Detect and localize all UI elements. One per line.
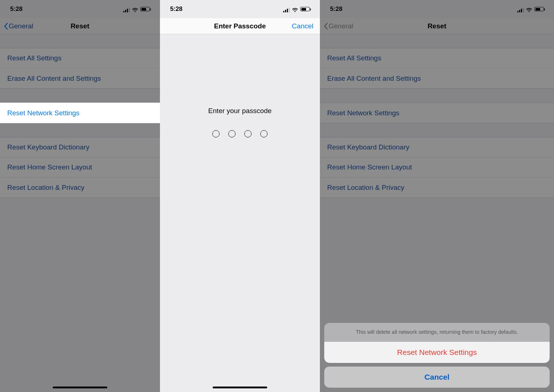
reset-group-2: Reset Network Settings [320,103,554,123]
svg-rect-6 [287,9,288,12]
action-cancel[interactable]: Cancel [324,367,550,388]
battery-icon [300,7,310,11]
reset-group-3: Reset Keyboard Dictionary Reset Home Scr… [320,137,554,198]
row-reset-network-settings[interactable]: Reset Network Settings [0,103,160,123]
chevron-left-icon [4,23,8,30]
row-reset-location-privacy[interactable]: Reset Location & Privacy [0,177,160,197]
status-icons [517,7,544,11]
wifi-icon [526,7,532,11]
nav-bar: Enter Passcode Cancel [160,18,320,34]
status-bar: 5:28 [320,0,554,18]
row-reset-all-settings[interactable]: Reset All Settings [320,48,554,68]
page-title: Enter Passcode [214,22,266,30]
row-erase-all-content[interactable]: Erase All Content and Settings [320,68,554,88]
status-bar: 5:28 [0,0,160,18]
action-confirm-reset-network[interactable]: Reset Network Settings [324,342,550,363]
svg-rect-3 [129,8,130,12]
status-time: 5:28 [170,5,182,13]
svg-rect-7 [289,8,290,12]
screen-reset-actionsheet: 5:28 General Reset Reset All Settings Er… [320,0,554,392]
row-reset-keyboard-dict[interactable]: Reset Keyboard Dictionary [320,137,554,157]
reset-group-3: Reset Keyboard Dictionary Reset Home Scr… [0,137,160,198]
svg-rect-11 [523,8,524,12]
row-erase-all-content[interactable]: Erase All Content and Settings [0,68,160,88]
passcode-body: Enter your passcode [160,34,320,137]
cancel-button[interactable]: Cancel [292,22,313,30]
back-button[interactable]: General [324,22,353,30]
battery-icon [140,7,150,11]
back-label: General [9,22,33,30]
status-icons [123,7,150,11]
back-label: General [329,22,353,30]
svg-rect-8 [517,11,518,12]
action-sheet-message: This will delete all network settings, r… [324,323,550,342]
reset-group-2: Reset Network Settings [0,103,160,123]
passcode-dot [260,130,268,137]
passcode-dot [212,130,220,137]
nav-bar: General Reset [0,18,160,34]
status-icons [283,7,310,11]
row-reset-network-settings[interactable]: Reset Network Settings [320,103,554,123]
svg-rect-2 [127,9,128,12]
svg-rect-0 [123,11,124,12]
passcode-dots [160,130,320,137]
home-indicator[interactable] [213,387,267,388]
row-reset-home-layout[interactable]: Reset Home Screen Layout [0,157,160,177]
reset-group-1: Reset All Settings Erase All Content and… [320,48,554,89]
home-indicator[interactable] [53,387,107,388]
row-reset-home-layout[interactable]: Reset Home Screen Layout [320,157,554,177]
passcode-dot [244,130,252,137]
cellular-icon [517,7,524,11]
row-reset-all-settings[interactable]: Reset All Settings [0,48,160,68]
passcode-prompt: Enter your passcode [160,107,320,115]
svg-rect-4 [283,11,284,12]
row-reset-keyboard-dict[interactable]: Reset Keyboard Dictionary [0,137,160,157]
page-title: Reset [427,22,446,30]
chevron-left-icon [324,23,328,30]
page-title: Reset [71,22,89,30]
screen-enter-passcode: 5:28 Enter Passcode Cancel Enter your pa… [160,0,320,392]
wifi-icon [132,7,138,11]
svg-rect-9 [519,10,520,12]
status-time: 5:28 [330,5,342,13]
screen-reset-highlighted: 5:28 General Reset Reset All Settings Er… [0,0,160,392]
wifi-icon [292,7,298,11]
status-bar: 5:28 [160,0,320,18]
row-reset-location-privacy[interactable]: Reset Location & Privacy [320,177,554,197]
cellular-icon [123,7,130,11]
passcode-dot [228,130,236,137]
battery-icon [534,7,544,11]
svg-rect-1 [125,10,126,12]
svg-rect-10 [521,9,522,12]
back-button[interactable]: General [4,22,33,30]
status-time: 5:28 [10,5,23,13]
action-sheet: This will delete all network settings, r… [324,323,550,388]
nav-bar: General Reset [320,18,554,34]
reset-group-1: Reset All Settings Erase All Content and… [0,48,160,89]
svg-rect-5 [285,10,286,12]
cellular-icon [283,7,290,11]
action-sheet-top: This will delete all network settings, r… [324,323,550,363]
